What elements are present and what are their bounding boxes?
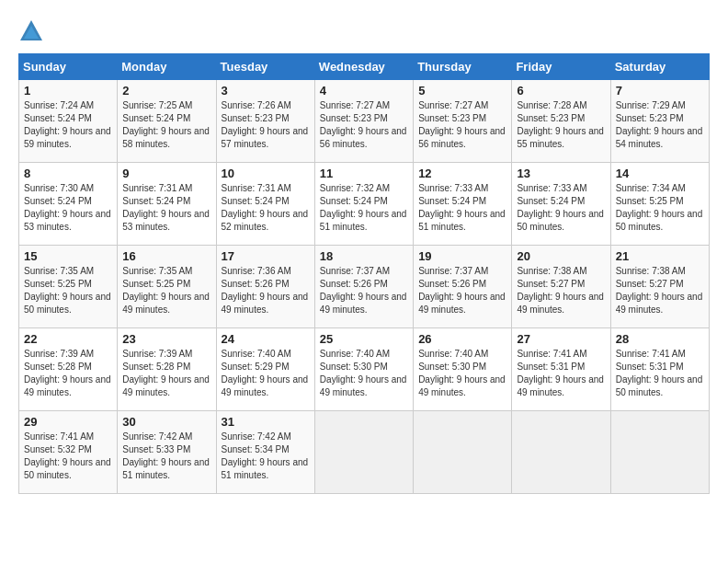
day-info: Sunrise: 7:35 AMSunset: 5:25 PMDaylight:… — [122, 266, 210, 315]
day-number: 20 — [517, 249, 605, 263]
calendar-cell: 20 Sunrise: 7:38 AMSunset: 5:27 PMDaylig… — [512, 246, 610, 328]
calendar-week: 22 Sunrise: 7:39 AMSunset: 5:28 PMDaylig… — [19, 328, 710, 411]
day-info: Sunrise: 7:33 AMSunset: 5:24 PMDaylight:… — [418, 183, 506, 232]
day-number: 31 — [222, 415, 310, 429]
day-info: Sunrise: 7:37 AMSunset: 5:26 PMDaylight:… — [418, 266, 506, 315]
day-number: 4 — [320, 84, 408, 98]
header-row: SundayMondayTuesdayWednesdayThursdayFrid… — [19, 54, 710, 80]
day-info: Sunrise: 7:38 AMSunset: 5:27 PMDaylight:… — [616, 266, 703, 315]
calendar-cell: 15 Sunrise: 7:35 AMSunset: 5:25 PMDaylig… — [19, 246, 118, 328]
calendar-cell: 9 Sunrise: 7:31 AMSunset: 5:24 PMDayligh… — [118, 163, 216, 246]
day-number: 13 — [517, 167, 605, 180]
header-day: Tuesday — [216, 54, 314, 80]
calendar-cell: 13 Sunrise: 7:33 AMSunset: 5:24 PMDaylig… — [512, 163, 610, 246]
calendar-cell: 2 Sunrise: 7:25 AMSunset: 5:24 PMDayligh… — [118, 80, 216, 163]
day-number: 17 — [222, 249, 310, 263]
day-number: 27 — [517, 332, 605, 346]
calendar-cell: 29 Sunrise: 7:41 AMSunset: 5:32 PMDaylig… — [19, 411, 118, 494]
calendar-cell: 14 Sunrise: 7:34 AMSunset: 5:25 PMDaylig… — [610, 163, 709, 246]
calendar-cell: 31 Sunrise: 7:42 AMSunset: 5:34 PMDaylig… — [216, 411, 314, 494]
day-number: 5 — [418, 84, 506, 98]
day-info: Sunrise: 7:40 AMSunset: 5:29 PMDaylight:… — [222, 349, 309, 397]
calendar-cell: 6 Sunrise: 7:28 AMSunset: 5:23 PMDayligh… — [512, 80, 610, 163]
calendar-table: SundayMondayTuesdayWednesdayThursdayFrid… — [18, 53, 710, 494]
header-day: Saturday — [610, 54, 709, 80]
calendar-cell: 16 Sunrise: 7:35 AMSunset: 5:25 PMDaylig… — [118, 246, 216, 328]
day-number: 10 — [222, 167, 310, 180]
header-day: Wednesday — [314, 54, 413, 80]
day-number: 22 — [24, 332, 112, 346]
calendar-cell: 10 Sunrise: 7:31 AMSunset: 5:24 PMDaylig… — [216, 163, 314, 246]
day-number: 28 — [616, 332, 704, 346]
calendar-cell: 7 Sunrise: 7:29 AMSunset: 5:23 PMDayligh… — [610, 80, 709, 163]
day-info: Sunrise: 7:39 AMSunset: 5:28 PMDaylight:… — [122, 349, 210, 397]
day-number: 9 — [122, 167, 210, 180]
day-number: 14 — [616, 167, 704, 180]
calendar-week: 29 Sunrise: 7:41 AMSunset: 5:32 PMDaylig… — [19, 411, 710, 494]
calendar-cell — [610, 411, 709, 494]
calendar-body: 1 Sunrise: 7:24 AMSunset: 5:24 PMDayligh… — [19, 80, 710, 494]
day-number: 6 — [517, 84, 605, 98]
calendar-cell — [414, 411, 512, 494]
calendar-cell: 12 Sunrise: 7:33 AMSunset: 5:24 PMDaylig… — [414, 163, 512, 246]
header-day: Monday — [118, 54, 216, 80]
day-number: 11 — [320, 167, 408, 180]
day-number: 23 — [122, 332, 210, 346]
day-number: 15 — [24, 249, 112, 263]
day-info: Sunrise: 7:24 AMSunset: 5:24 PMDaylight:… — [24, 100, 111, 149]
calendar-week: 8 Sunrise: 7:30 AMSunset: 5:24 PMDayligh… — [19, 163, 710, 246]
day-info: Sunrise: 7:33 AMSunset: 5:24 PMDaylight:… — [517, 183, 604, 232]
day-info: Sunrise: 7:30 AMSunset: 5:24 PMDaylight:… — [24, 183, 111, 232]
day-info: Sunrise: 7:36 AMSunset: 5:26 PMDaylight:… — [222, 266, 309, 315]
day-number: 29 — [24, 415, 112, 429]
day-number: 7 — [616, 84, 704, 98]
calendar-cell: 21 Sunrise: 7:38 AMSunset: 5:27 PMDaylig… — [610, 246, 709, 328]
day-number: 2 — [122, 84, 210, 98]
day-info: Sunrise: 7:31 AMSunset: 5:24 PMDaylight:… — [122, 183, 210, 232]
day-info: Sunrise: 7:38 AMSunset: 5:27 PMDaylight:… — [517, 266, 604, 315]
day-info: Sunrise: 7:41 AMSunset: 5:31 PMDaylight:… — [616, 349, 703, 397]
calendar-cell: 17 Sunrise: 7:36 AMSunset: 5:26 PMDaylig… — [216, 246, 314, 328]
header-day: Thursday — [414, 54, 512, 80]
calendar-cell: 28 Sunrise: 7:41 AMSunset: 5:31 PMDaylig… — [610, 328, 709, 411]
day-info: Sunrise: 7:40 AMSunset: 5:30 PMDaylight:… — [320, 349, 407, 397]
day-number: 30 — [122, 415, 210, 429]
calendar-week: 1 Sunrise: 7:24 AMSunset: 5:24 PMDayligh… — [19, 80, 710, 163]
calendar-cell: 23 Sunrise: 7:39 AMSunset: 5:28 PMDaylig… — [118, 328, 216, 411]
day-number: 3 — [222, 84, 310, 98]
day-info: Sunrise: 7:25 AMSunset: 5:24 PMDaylight:… — [122, 100, 210, 149]
day-info: Sunrise: 7:42 AMSunset: 5:34 PMDaylight:… — [222, 431, 309, 480]
header-day: Friday — [512, 54, 610, 80]
calendar-cell: 19 Sunrise: 7:37 AMSunset: 5:26 PMDaylig… — [414, 246, 512, 328]
day-info: Sunrise: 7:29 AMSunset: 5:23 PMDaylight:… — [616, 100, 703, 149]
calendar-cell: 3 Sunrise: 7:26 AMSunset: 5:23 PMDayligh… — [216, 80, 314, 163]
day-info: Sunrise: 7:27 AMSunset: 5:23 PMDaylight:… — [320, 100, 407, 149]
page-header — [18, 18, 710, 44]
calendar-cell: 30 Sunrise: 7:42 AMSunset: 5:33 PMDaylig… — [118, 411, 216, 494]
calendar-cell: 24 Sunrise: 7:40 AMSunset: 5:29 PMDaylig… — [216, 328, 314, 411]
calendar-cell — [314, 411, 413, 494]
calendar-cell: 25 Sunrise: 7:40 AMSunset: 5:30 PMDaylig… — [314, 328, 413, 411]
day-info: Sunrise: 7:31 AMSunset: 5:24 PMDaylight:… — [222, 183, 309, 232]
day-info: Sunrise: 7:35 AMSunset: 5:25 PMDaylight:… — [24, 266, 111, 315]
calendar-cell: 27 Sunrise: 7:41 AMSunset: 5:31 PMDaylig… — [512, 328, 610, 411]
day-number: 21 — [616, 249, 704, 263]
day-info: Sunrise: 7:41 AMSunset: 5:31 PMDaylight:… — [517, 349, 604, 397]
calendar-cell: 8 Sunrise: 7:30 AMSunset: 5:24 PMDayligh… — [19, 163, 118, 246]
day-info: Sunrise: 7:40 AMSunset: 5:30 PMDaylight:… — [418, 349, 506, 397]
logo — [18, 18, 48, 44]
day-number: 25 — [320, 332, 408, 346]
day-info: Sunrise: 7:27 AMSunset: 5:23 PMDaylight:… — [418, 100, 506, 149]
calendar-cell: 11 Sunrise: 7:32 AMSunset: 5:24 PMDaylig… — [314, 163, 413, 246]
header-day: Sunday — [19, 54, 118, 80]
day-info: Sunrise: 7:41 AMSunset: 5:32 PMDaylight:… — [24, 431, 111, 480]
calendar-cell: 5 Sunrise: 7:27 AMSunset: 5:23 PMDayligh… — [414, 80, 512, 163]
day-number: 26 — [418, 332, 506, 346]
day-number: 19 — [418, 249, 506, 263]
calendar-cell — [512, 411, 610, 494]
calendar-cell: 22 Sunrise: 7:39 AMSunset: 5:28 PMDaylig… — [19, 328, 118, 411]
day-info: Sunrise: 7:42 AMSunset: 5:33 PMDaylight:… — [122, 431, 210, 480]
logo-icon — [18, 18, 44, 44]
calendar-header: SundayMondayTuesdayWednesdayThursdayFrid… — [19, 54, 710, 80]
calendar-cell: 26 Sunrise: 7:40 AMSunset: 5:30 PMDaylig… — [414, 328, 512, 411]
